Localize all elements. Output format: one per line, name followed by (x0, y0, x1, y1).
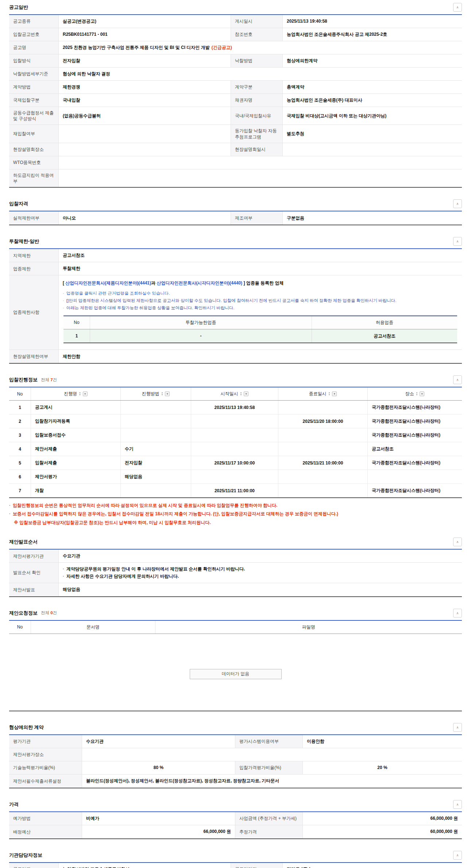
bullet-icon: · (63, 566, 64, 572)
field-value: 제한안함 (59, 350, 462, 363)
sort-icon[interactable]: ▲▼ (161, 392, 163, 396)
restriction-table: 지역제한 공고서참조 업종제한 투찰제한 업종제한사항 [ 산업디자인전문회사(… (9, 248, 462, 364)
collapse-general-button[interactable]: ∧ (453, 3, 462, 12)
cell-place: 국가종합전자조달시스템(나라장터) (367, 484, 462, 497)
section-agency: 기관담당자정보 ∧ 공고기관 농업회사법인 조은술세종주식회사 공고담당자 경기… (9, 851, 462, 868)
sort-desc-icon: ▼ (161, 394, 163, 396)
section-progress-title: 입찰진행정보 (9, 376, 38, 383)
industry-link-visual-design[interactable]: 산업디자인전문회사(시각디자인분야)(4440) (157, 280, 242, 286)
bullet-icon: · (63, 573, 64, 580)
column-header-no: No (63, 316, 90, 329)
field-value: 국내입찰 (59, 94, 231, 107)
column-header-label: 진행방법 (142, 391, 159, 397)
field-value (59, 125, 231, 142)
registered-industry-line: [ 산업디자인전문회사(제품디자인분야)(4441)과 산업디자인전문회사(시각… (63, 280, 458, 286)
section-general: 공고일반 ∧ 공고종류 실공고(변경공고) 게시일시 2025/11/13 19… (9, 3, 462, 188)
sort-icon[interactable]: ▲▼ (416, 392, 418, 396)
filter-icon[interactable]: ▼ (420, 391, 424, 396)
notice-title-value: 2025 친환경 농업기반 구축사업 전통주 제품 디자인 및 BI 및 CI … (59, 41, 462, 54)
progress-notes: · 입찰진행정보의 순번은 통상적인 업무처리 순서에 따라 설정되어 있으므로… (9, 502, 462, 526)
field-value: 수요기관 (82, 735, 235, 748)
field-value: 농업회사법인 조은술세종(주) 대표이사 (283, 94, 462, 107)
field-label: 업종제한사항 (9, 275, 59, 349)
section-agency-title: 기관담당자정보 (9, 852, 42, 859)
collapse-agency-button[interactable]: ∧ (453, 851, 462, 860)
sort-desc-icon: ▼ (79, 394, 81, 396)
field-label: 공동수급협정서 제출 및 구성방식 (9, 107, 59, 125)
cell-step-name: 입찰참가자격등록 (31, 414, 120, 428)
table-row: 2 입찰참가자격등록 2025/11/20 18:00:00 국가종합전자조달시… (9, 414, 462, 428)
column-header-end: 종료일시 ▲▼ ▼ (278, 387, 367, 400)
section-request-header: 제안요청정보 전체 0건 ∧ (9, 609, 462, 617)
field-value: 총액계약 (283, 81, 462, 93)
value-bullet-line: · 계약담당공무원의 평가일정 안내 이 후 나라장터에서 제안발표 순서를 확… (63, 566, 458, 572)
table-row: 제안서발표 해당없음 (9, 583, 462, 596)
cell-no: 7 (9, 484, 31, 497)
cell-biddable: - (90, 329, 312, 343)
sort-icon[interactable]: ▲▼ (79, 392, 81, 396)
column-header-label: 종료일시 (309, 391, 327, 397)
table-row: 입찰공고번호 R25BK01141771 - 001 참조번호 농업회사법인 조… (9, 28, 462, 41)
filter-icon[interactable]: ▼ (165, 391, 170, 396)
field-label: 배정예산 (9, 825, 82, 838)
filter-icon[interactable]: ▼ (244, 391, 248, 396)
collapse-negotiation-button[interactable]: ∧ (453, 723, 462, 732)
field-label: 발표순서 확인 (9, 563, 59, 583)
field-value: 협상에의한계약 (283, 54, 462, 67)
table-row: 배정예산 66,000,000 원 추정가격 60,000,000 원 (9, 825, 462, 838)
cell-place: 국가종합전자조달시스템(나라장터) (367, 414, 462, 428)
section-agency-header: 기관담당자정보 ∧ (9, 851, 462, 860)
table-row: 7 개찰 2025/11/21 11:00:00 국가종합전자조달시스템(나라장… (9, 484, 462, 497)
field-label: 제안서필수제출서류설정 (9, 775, 82, 788)
cell-start (191, 428, 278, 442)
value-bullet-text: 계약담당공무원의 평가일정 안내 이 후 나라장터에서 제안발표 순서를 확인하… (66, 566, 245, 572)
note-line: · 보증서 접수마감일시를 입력하지 않은 경우에는, 입찰서 접수마감일 전일… (9, 511, 462, 517)
column-header-file: 파일명 (155, 621, 462, 634)
field-label: 제안서평가기관 (9, 550, 59, 562)
section-progress: 입찰진행정보 전체 7건 ∧ No 진행명 ▲▼ ▼ 진행방법 ▲▼ ▼ 시작일… (9, 375, 462, 526)
filter-icon[interactable]: ▼ (332, 391, 337, 396)
field-value: 제한경쟁 (59, 81, 231, 93)
table-row: 업종제한 투찰제한 (9, 262, 462, 275)
collapse-progress-button[interactable]: ∧ (453, 375, 462, 384)
section-qualification: 입찰자격 ∧ 실적제한여부 아니오 제조여부 구분없음 (9, 199, 462, 225)
sort-icon[interactable]: ▲▼ (328, 392, 330, 396)
table-row: 하도급지킴이 적용여부 (9, 169, 462, 187)
collapse-price-button[interactable]: ∧ (453, 800, 462, 809)
cell-start: 2025/11/13 19:40:58 (191, 401, 278, 414)
table-row: 재입찰여부 동가입찰 낙찰자 자동추첨프로그램 별도추첨 (9, 125, 462, 143)
field-label: 낙찰방법 (231, 54, 283, 67)
bid-notice-detail-page: 공고일반 ∧ 공고종류 실공고(변경공고) 게시일시 2025/11/13 19… (0, 0, 471, 868)
cell-method (120, 484, 191, 497)
section-price: 가격 ∧ 예가방법 비예가 사업금액 (추정가격 + 부가세) 66,000,0… (9, 800, 462, 839)
cell-place: 국가종합전자조달시스템(나라장터) (367, 456, 462, 470)
industry-link-product-design[interactable]: 산업디자인전문회사(제품디자인분야)(4441) (65, 280, 151, 286)
sort-icon[interactable]: ▲▼ (240, 392, 242, 396)
filter-icon[interactable]: ▼ (83, 391, 88, 396)
column-header-no: No (9, 387, 31, 400)
field-label: 국내/국제입찰사유 (231, 107, 283, 125)
field-value: 농업회사법인 조은술세종주식회사 공고 제2025-2호 (283, 28, 462, 41)
table-row: 4 제안서제출 수기 공고서참조 (9, 442, 462, 456)
table-row: 제안서평가기관 수요기관 (9, 550, 462, 563)
agency-table: 공고기관 농업회사법인 조은술세종주식회사 공고담당자 경기용 (☎ ) 집행관… (9, 862, 462, 868)
filter-caret-icon: ▼ (84, 393, 86, 395)
table-row: 예가방법 비예가 사업금액 (추정가격 + 부가세) 66,000,000 원 (9, 812, 462, 825)
field-label: 하도급지킴이 적용여부 (9, 169, 59, 187)
table-row: 제안서필수제출서류설정 블라인드(정성제안서), 정성제안서, 블라인드(정성참… (9, 775, 462, 788)
table-row: 5 입찰서제출 전자입찰 2025/11/17 10:00:00 2025/11… (9, 456, 462, 470)
section-progress-header: 입찰진행정보 전체 7건 ∧ (9, 375, 462, 384)
collapse-restriction-button[interactable]: ∧ (453, 237, 462, 246)
table-row: 지역제한 공고서참조 (9, 249, 462, 262)
collapse-presentation-button[interactable]: ∧ (453, 538, 462, 546)
collapse-qualification-button[interactable]: ∧ (453, 199, 462, 208)
cell-no: 1 (63, 329, 90, 343)
budget-value: 66,000,000 원 (82, 825, 235, 838)
section-price-header: 가격 ∧ (9, 800, 462, 809)
collapse-request-button[interactable]: ∧ (453, 609, 462, 617)
filter-caret-icon: ▼ (333, 393, 336, 395)
field-value: R25BK01141771 - 001 (59, 28, 231, 41)
sort-desc-icon: ▼ (416, 394, 418, 396)
field-label: 지역제한 (9, 249, 59, 262)
field-label: 제조여부 (231, 211, 283, 225)
